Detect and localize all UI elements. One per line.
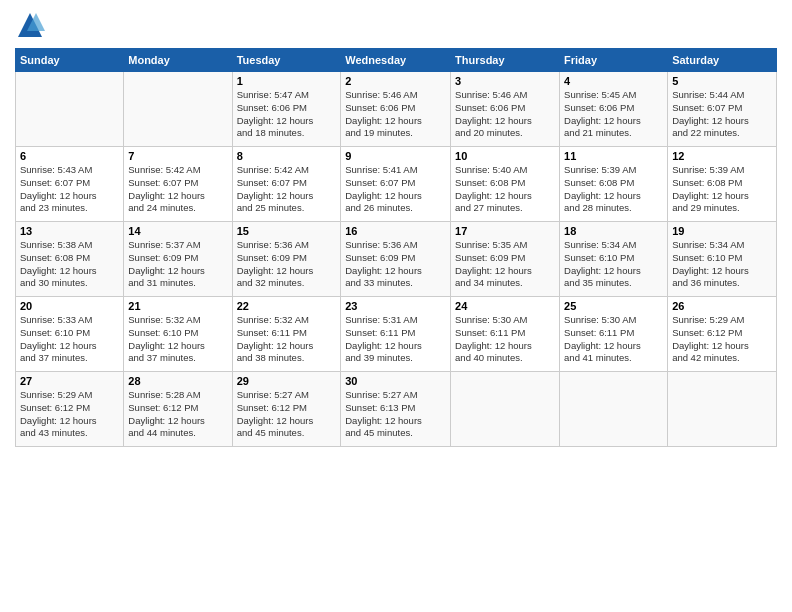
- header-cell-tuesday: Tuesday: [232, 49, 341, 72]
- day-number: 17: [455, 225, 555, 237]
- day-number: 6: [20, 150, 119, 162]
- day-number: 11: [564, 150, 663, 162]
- day-cell: 21Sunrise: 5:32 AMSunset: 6:10 PMDayligh…: [124, 297, 232, 372]
- day-number: 1: [237, 75, 337, 87]
- week-row-4: 20Sunrise: 5:33 AMSunset: 6:10 PMDayligh…: [16, 297, 777, 372]
- day-cell: 4Sunrise: 5:45 AMSunset: 6:06 PMDaylight…: [560, 72, 668, 147]
- day-cell: 28Sunrise: 5:28 AMSunset: 6:12 PMDayligh…: [124, 372, 232, 447]
- day-info: Sunrise: 5:30 AMSunset: 6:11 PMDaylight:…: [564, 314, 663, 365]
- day-info: Sunrise: 5:45 AMSunset: 6:06 PMDaylight:…: [564, 89, 663, 140]
- day-cell: 18Sunrise: 5:34 AMSunset: 6:10 PMDayligh…: [560, 222, 668, 297]
- day-cell: [451, 372, 560, 447]
- week-row-2: 6Sunrise: 5:43 AMSunset: 6:07 PMDaylight…: [16, 147, 777, 222]
- day-cell: 14Sunrise: 5:37 AMSunset: 6:09 PMDayligh…: [124, 222, 232, 297]
- day-info: Sunrise: 5:36 AMSunset: 6:09 PMDaylight:…: [237, 239, 337, 290]
- day-cell: 22Sunrise: 5:32 AMSunset: 6:11 PMDayligh…: [232, 297, 341, 372]
- day-cell: 23Sunrise: 5:31 AMSunset: 6:11 PMDayligh…: [341, 297, 451, 372]
- day-cell: 7Sunrise: 5:42 AMSunset: 6:07 PMDaylight…: [124, 147, 232, 222]
- day-cell: 8Sunrise: 5:42 AMSunset: 6:07 PMDaylight…: [232, 147, 341, 222]
- day-info: Sunrise: 5:31 AMSunset: 6:11 PMDaylight:…: [345, 314, 446, 365]
- day-number: 2: [345, 75, 446, 87]
- day-number: 14: [128, 225, 227, 237]
- day-number: 19: [672, 225, 772, 237]
- day-info: Sunrise: 5:27 AMSunset: 6:13 PMDaylight:…: [345, 389, 446, 440]
- day-number: 3: [455, 75, 555, 87]
- day-info: Sunrise: 5:42 AMSunset: 6:07 PMDaylight:…: [128, 164, 227, 215]
- day-info: Sunrise: 5:27 AMSunset: 6:12 PMDaylight:…: [237, 389, 337, 440]
- day-info: Sunrise: 5:47 AMSunset: 6:06 PMDaylight:…: [237, 89, 337, 140]
- day-info: Sunrise: 5:40 AMSunset: 6:08 PMDaylight:…: [455, 164, 555, 215]
- week-row-3: 13Sunrise: 5:38 AMSunset: 6:08 PMDayligh…: [16, 222, 777, 297]
- day-info: Sunrise: 5:32 AMSunset: 6:10 PMDaylight:…: [128, 314, 227, 365]
- day-cell: 3Sunrise: 5:46 AMSunset: 6:06 PMDaylight…: [451, 72, 560, 147]
- day-cell: 20Sunrise: 5:33 AMSunset: 6:10 PMDayligh…: [16, 297, 124, 372]
- day-number: 23: [345, 300, 446, 312]
- day-info: Sunrise: 5:38 AMSunset: 6:08 PMDaylight:…: [20, 239, 119, 290]
- header-cell-saturday: Saturday: [668, 49, 777, 72]
- week-row-5: 27Sunrise: 5:29 AMSunset: 6:12 PMDayligh…: [16, 372, 777, 447]
- day-cell: 16Sunrise: 5:36 AMSunset: 6:09 PMDayligh…: [341, 222, 451, 297]
- day-info: Sunrise: 5:37 AMSunset: 6:09 PMDaylight:…: [128, 239, 227, 290]
- day-cell: 11Sunrise: 5:39 AMSunset: 6:08 PMDayligh…: [560, 147, 668, 222]
- day-cell: 9Sunrise: 5:41 AMSunset: 6:07 PMDaylight…: [341, 147, 451, 222]
- day-number: 21: [128, 300, 227, 312]
- day-number: 8: [237, 150, 337, 162]
- day-cell: 2Sunrise: 5:46 AMSunset: 6:06 PMDaylight…: [341, 72, 451, 147]
- day-info: Sunrise: 5:34 AMSunset: 6:10 PMDaylight:…: [564, 239, 663, 290]
- header-row: SundayMondayTuesdayWednesdayThursdayFrid…: [16, 49, 777, 72]
- day-number: 15: [237, 225, 337, 237]
- day-cell: 17Sunrise: 5:35 AMSunset: 6:09 PMDayligh…: [451, 222, 560, 297]
- day-cell: 6Sunrise: 5:43 AMSunset: 6:07 PMDaylight…: [16, 147, 124, 222]
- day-info: Sunrise: 5:44 AMSunset: 6:07 PMDaylight:…: [672, 89, 772, 140]
- day-cell: [16, 72, 124, 147]
- logo: [15, 10, 49, 40]
- day-number: 9: [345, 150, 446, 162]
- calendar-body: 1Sunrise: 5:47 AMSunset: 6:06 PMDaylight…: [16, 72, 777, 447]
- day-info: Sunrise: 5:29 AMSunset: 6:12 PMDaylight:…: [20, 389, 119, 440]
- header-cell-sunday: Sunday: [16, 49, 124, 72]
- day-info: Sunrise: 5:46 AMSunset: 6:06 PMDaylight:…: [345, 89, 446, 140]
- header-cell-thursday: Thursday: [451, 49, 560, 72]
- day-info: Sunrise: 5:39 AMSunset: 6:08 PMDaylight:…: [672, 164, 772, 215]
- calendar-header: SundayMondayTuesdayWednesdayThursdayFrid…: [16, 49, 777, 72]
- page: SundayMondayTuesdayWednesdayThursdayFrid…: [0, 0, 792, 612]
- day-number: 24: [455, 300, 555, 312]
- day-number: 12: [672, 150, 772, 162]
- day-number: 20: [20, 300, 119, 312]
- day-info: Sunrise: 5:34 AMSunset: 6:10 PMDaylight:…: [672, 239, 772, 290]
- day-info: Sunrise: 5:39 AMSunset: 6:08 PMDaylight:…: [564, 164, 663, 215]
- day-info: Sunrise: 5:41 AMSunset: 6:07 PMDaylight:…: [345, 164, 446, 215]
- day-info: Sunrise: 5:36 AMSunset: 6:09 PMDaylight:…: [345, 239, 446, 290]
- day-info: Sunrise: 5:30 AMSunset: 6:11 PMDaylight:…: [455, 314, 555, 365]
- day-cell: 10Sunrise: 5:40 AMSunset: 6:08 PMDayligh…: [451, 147, 560, 222]
- day-cell: 29Sunrise: 5:27 AMSunset: 6:12 PMDayligh…: [232, 372, 341, 447]
- day-cell: 13Sunrise: 5:38 AMSunset: 6:08 PMDayligh…: [16, 222, 124, 297]
- day-number: 26: [672, 300, 772, 312]
- calendar-table: SundayMondayTuesdayWednesdayThursdayFrid…: [15, 48, 777, 447]
- day-cell: 25Sunrise: 5:30 AMSunset: 6:11 PMDayligh…: [560, 297, 668, 372]
- week-row-1: 1Sunrise: 5:47 AMSunset: 6:06 PMDaylight…: [16, 72, 777, 147]
- day-number: 18: [564, 225, 663, 237]
- day-info: Sunrise: 5:43 AMSunset: 6:07 PMDaylight:…: [20, 164, 119, 215]
- day-cell: 24Sunrise: 5:30 AMSunset: 6:11 PMDayligh…: [451, 297, 560, 372]
- day-info: Sunrise: 5:46 AMSunset: 6:06 PMDaylight:…: [455, 89, 555, 140]
- day-cell: 27Sunrise: 5:29 AMSunset: 6:12 PMDayligh…: [16, 372, 124, 447]
- day-number: 4: [564, 75, 663, 87]
- day-number: 7: [128, 150, 227, 162]
- day-cell: [560, 372, 668, 447]
- day-info: Sunrise: 5:35 AMSunset: 6:09 PMDaylight:…: [455, 239, 555, 290]
- day-cell: 12Sunrise: 5:39 AMSunset: 6:08 PMDayligh…: [668, 147, 777, 222]
- logo-icon: [15, 10, 45, 40]
- day-number: 30: [345, 375, 446, 387]
- day-number: 13: [20, 225, 119, 237]
- day-cell: 26Sunrise: 5:29 AMSunset: 6:12 PMDayligh…: [668, 297, 777, 372]
- day-cell: [124, 72, 232, 147]
- day-cell: 5Sunrise: 5:44 AMSunset: 6:07 PMDaylight…: [668, 72, 777, 147]
- header-cell-monday: Monday: [124, 49, 232, 72]
- day-number: 29: [237, 375, 337, 387]
- day-number: 27: [20, 375, 119, 387]
- day-number: 5: [672, 75, 772, 87]
- day-info: Sunrise: 5:29 AMSunset: 6:12 PMDaylight:…: [672, 314, 772, 365]
- day-number: 22: [237, 300, 337, 312]
- day-info: Sunrise: 5:32 AMSunset: 6:11 PMDaylight:…: [237, 314, 337, 365]
